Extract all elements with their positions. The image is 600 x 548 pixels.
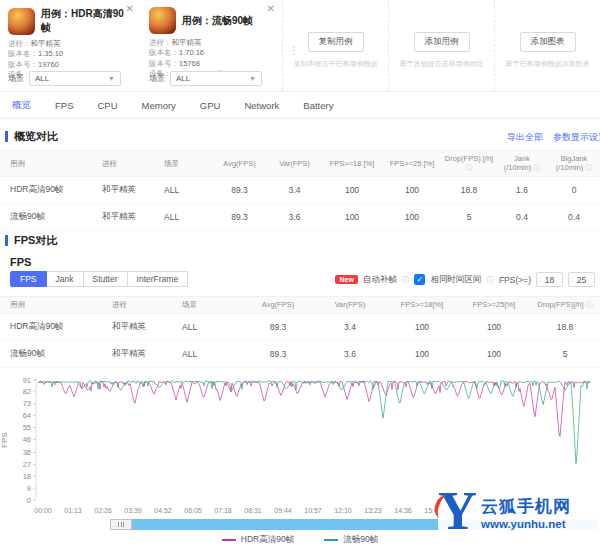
- param-display-link[interactable]: 参数显示设置: [553, 132, 600, 142]
- overview-table: 用例进程场景Avg(FPS)Var(FPS)FPS>=18 [%]FPS>=25…: [0, 150, 600, 231]
- range-slider-handle[interactable]: [110, 519, 132, 530]
- watermark: Y 云狐手机网 www.yunhu.net: [438, 479, 598, 545]
- tab-Network[interactable]: Network: [244, 100, 279, 111]
- svg-text:14:36: 14:36: [394, 507, 412, 514]
- cell: 3.6: [314, 340, 386, 367]
- perf-compare-report: ✕ 用例：HDR高清90帧 进程：和平精英 版本名：1.35.10 版本号：19…: [0, 0, 600, 548]
- table-row: HDR高清90帧和平精英ALL89.33.410010018.8: [0, 313, 600, 340]
- fps-subtitle: FPS: [10, 256, 31, 268]
- table-row: 流畅90帧和平精英ALL89.33.61001005: [0, 340, 600, 367]
- game-app-icon: [8, 8, 35, 35]
- overview-section-title: 概览对比: [5, 129, 58, 144]
- cell: 3.6: [267, 204, 322, 231]
- export-all-link[interactable]: 导出全部: [507, 132, 543, 142]
- svg-text:91: 91: [23, 376, 31, 385]
- tab-Battery[interactable]: Battery: [303, 100, 333, 111]
- header-cell: Avg(FPS): [212, 151, 267, 177]
- svg-text:FPS: FPS: [0, 432, 9, 448]
- close-icon[interactable]: ✕: [126, 3, 134, 14]
- cell: 89.3: [212, 177, 267, 204]
- svg-text:02:26: 02:26: [94, 507, 112, 514]
- fps-threshold-label: FPS(>=): [499, 275, 531, 285]
- fps-seg-Stutter[interactable]: Stutter: [84, 271, 128, 287]
- add-chart-panel: 添加图表 基于已有用例数据添加图表: [494, 0, 600, 91]
- tab-FPS[interactable]: FPS: [55, 100, 73, 111]
- info-icon[interactable]: ⓘ: [402, 275, 410, 285]
- header-cell: FPS>=18[%]: [386, 297, 458, 314]
- header-cell: Avg(FPS): [242, 297, 314, 314]
- info-icon[interactable]: ⓘ: [486, 275, 494, 285]
- tab-GPU[interactable]: GPU: [200, 100, 221, 111]
- cell: ALL: [180, 313, 242, 340]
- fps-threshold-input-2[interactable]: [568, 272, 595, 287]
- header-cell: 场景: [180, 297, 242, 314]
- cell: 和平精英: [100, 204, 162, 231]
- header-cell: 场景: [162, 151, 212, 177]
- svg-text:13:23: 13:23: [364, 507, 382, 514]
- scene-select[interactable]: ALL▼: [170, 71, 262, 86]
- copy-case-caption: 复制本报告中已有用例数据: [294, 59, 378, 69]
- svg-text:07:18: 07:18: [214, 507, 232, 514]
- tab-CPU[interactable]: CPU: [97, 100, 117, 111]
- watermark-logo: Y: [438, 486, 477, 537]
- header-cell: BigJank(/10min) ⓘ: [548, 151, 600, 177]
- svg-text:00:00: 00:00: [34, 507, 52, 514]
- legend-label: 流畅90帧: [343, 534, 378, 546]
- add-case-button[interactable]: 添加用例: [414, 32, 470, 52]
- svg-text:55: 55: [23, 423, 31, 432]
- scene-select[interactable]: ALL▼: [29, 71, 121, 86]
- close-icon[interactable]: ✕: [267, 3, 275, 14]
- fps-section-title: FPS对比: [5, 233, 57, 248]
- cell: HDR高清90帧: [0, 313, 110, 340]
- cell: 100: [458, 340, 530, 367]
- cell: 和平精英: [100, 177, 162, 204]
- cell: 89.3: [242, 313, 314, 340]
- cell: 100: [382, 177, 442, 204]
- cell: 18.8: [530, 313, 600, 340]
- svg-text:06:05: 06:05: [184, 507, 202, 514]
- cell: 3.4: [314, 313, 386, 340]
- header-cell: FPS>=25 [%]: [382, 151, 442, 177]
- fps-seg-FPS[interactable]: FPS: [10, 271, 47, 287]
- cell: ALL: [162, 204, 212, 231]
- header-cell: Var(FPS): [314, 297, 386, 314]
- copy-case-button[interactable]: 复制用例: [308, 32, 364, 52]
- svg-text:64: 64: [23, 411, 31, 420]
- cell: 89.3: [212, 204, 267, 231]
- add-chart-caption: 基于已有用例数据添加图表: [506, 59, 590, 69]
- header-cell: 进程: [100, 151, 162, 177]
- chevron-down-icon: ▼: [108, 75, 115, 82]
- more-options-icon[interactable]: ⋮: [288, 44, 299, 57]
- case-title: 用例：HDR高清90帧: [41, 7, 133, 35]
- scene-row: 场景 ALL▼: [149, 71, 262, 86]
- add-chart-button[interactable]: 添加图表: [520, 32, 576, 52]
- game-app-icon: [149, 7, 176, 34]
- cell: 3.4: [267, 177, 322, 204]
- svg-text:18: 18: [23, 472, 31, 481]
- cell: 0: [548, 177, 600, 204]
- case-header: 用例：HDR高清90帧: [8, 7, 133, 35]
- cell: 流畅90帧: [0, 340, 110, 367]
- cell: 100: [322, 177, 382, 204]
- same-range-checkbox[interactable]: ✓: [414, 274, 425, 285]
- fps-threshold-input-1[interactable]: [536, 272, 563, 287]
- tab-Memory[interactable]: Memory: [142, 100, 176, 111]
- legend-item[interactable]: HDR高清90帧: [222, 534, 294, 546]
- header-cell: 用例: [0, 151, 100, 177]
- fps-seg-InterFrame[interactable]: InterFrame: [128, 271, 189, 287]
- case-card-smooth: ✕ 用例：流畅90帧 进程：和平精英 版本名：1.70.16 版本号：15768…: [141, 0, 282, 91]
- svg-text:9: 9: [27, 484, 31, 493]
- scene-row: 场景 ALL▼: [8, 71, 121, 86]
- legend-swatch: [324, 539, 338, 541]
- legend-item[interactable]: 流畅90帧: [324, 534, 378, 546]
- case-cards-row: ✕ 用例：HDR高清90帧 进程：和平精英 版本名：1.35.10 版本号：19…: [0, 0, 600, 92]
- fps-seg-Jank[interactable]: Jank: [47, 271, 84, 287]
- header-cell: Drop(FPS) [/h]ⓘ: [442, 151, 496, 177]
- tab-概览[interactable]: 概览: [12, 99, 31, 112]
- cell: 和平精英: [110, 313, 180, 340]
- header-cell: FPS>=25[%]: [458, 297, 530, 314]
- svg-text:0: 0: [27, 496, 31, 505]
- add-case-panel: 添加用例 基于其他报告选择用例对比: [388, 0, 494, 91]
- header-cell: Var(FPS): [267, 151, 322, 177]
- header-cell: 进程: [110, 297, 180, 314]
